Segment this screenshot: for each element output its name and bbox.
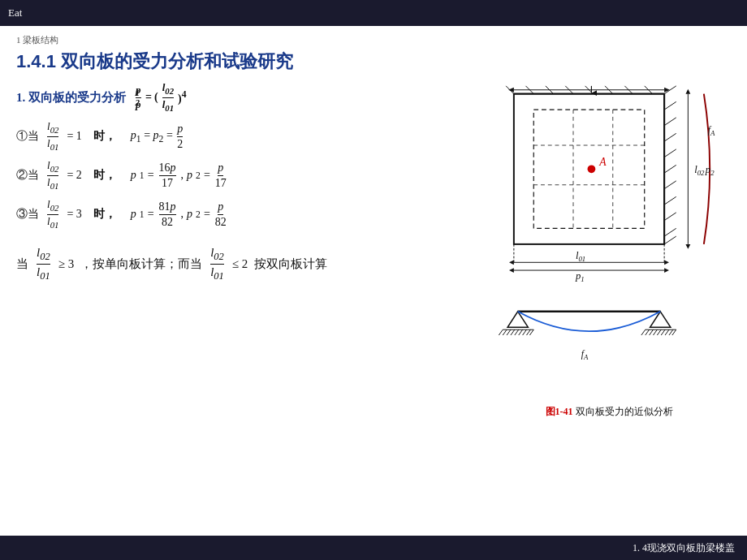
- svg-text:p2: p2: [705, 164, 715, 177]
- summary-frac2: l02 l01: [209, 246, 226, 282]
- svg-line-59: [523, 330, 527, 335]
- svg-line-69: [661, 330, 665, 335]
- section-heading: 1. 双向板的受力分析 p p 1 2 = ( l02 l01: [16, 82, 471, 113]
- case1-shi: 时，: [93, 129, 116, 144]
- svg-line-17: [664, 133, 676, 141]
- svg-text:fA: fA: [708, 125, 715, 137]
- section-number: 1.4.1: [16, 51, 56, 71]
- case1-row: ①当 l02 l01 = 1 时， p1 = p2 = p 2: [16, 121, 471, 152]
- case2-result: p1 = 16p 17 ,p2 = p 17: [131, 162, 228, 189]
- svg-line-18: [664, 149, 676, 157]
- footer-bar: 1. 4现浇双向板肋梁楼盖: [0, 536, 747, 560]
- page-title: 1.4.1 双向板的受力分析和试验研究: [16, 50, 731, 74]
- case2-eq: = 2: [67, 169, 81, 182]
- svg-marker-62: [650, 312, 671, 328]
- top-bar: Eat: [0, 0, 747, 26]
- content-row: 1. 双向板的受力分析 p p 1 2 = ( l02 l01: [16, 82, 731, 419]
- fig-caption-text: 双向板受力的近似分析: [576, 406, 673, 417]
- case1-num: ①当: [16, 129, 39, 144]
- svg-line-54: [503, 330, 507, 335]
- svg-line-56: [511, 330, 515, 335]
- svg-line-23: [664, 228, 676, 236]
- formula-ratio: p p 1 2 = ( l02 l01 )4: [134, 82, 187, 113]
- case1-result: p1 = p2 = p 2: [131, 123, 184, 150]
- summary-when1: 当: [16, 256, 28, 272]
- svg-line-53: [499, 330, 503, 335]
- svg-line-58: [519, 330, 523, 335]
- case3-eq: = 3: [67, 208, 81, 221]
- svg-text:l01: l01: [576, 250, 585, 263]
- summary-frac1: l02 l01: [35, 246, 52, 282]
- svg-text:p1: p1: [575, 270, 585, 283]
- svg-line-24: [664, 236, 676, 244]
- svg-marker-47: [509, 268, 514, 273]
- summary-double: 按双向板计算: [254, 256, 327, 272]
- frac-l02l01: l02 l01: [162, 82, 174, 113]
- right-diagram: A: [487, 82, 731, 419]
- svg-line-22: [664, 213, 676, 221]
- case3-num: ③当: [16, 207, 39, 222]
- svg-text:l02: l02: [694, 164, 705, 177]
- main-content: 1 梁板结构 1.4.1 双向板的受力分析和试验研究 1. 双向板的受力分析 p…: [0, 26, 747, 536]
- frac-labels: 1 2: [136, 88, 140, 107]
- svg-line-70: [665, 330, 669, 335]
- svg-line-19: [664, 165, 676, 173]
- case3-result: p1 = 81p 82 ,p2 = p 82: [131, 200, 228, 228]
- case2-frac: l02 l01: [45, 160, 60, 191]
- left-content: 1. 双向板的受力分析 p p 1 2 = ( l02 l01: [16, 82, 479, 419]
- fig-label: 图1-41: [546, 406, 573, 417]
- summary-leq2: ≤ 2: [232, 257, 248, 271]
- svg-line-57: [515, 330, 519, 335]
- summary-geq3: ≥ 3: [58, 257, 74, 271]
- svg-marker-35: [685, 89, 690, 94]
- case2-shi: 时，: [93, 168, 116, 183]
- breadcrumb: 1 梁板结构: [16, 34, 731, 46]
- bottom-summary: 当 l02 l01 ≥ 3 ，按单向板计算；而当 l02 l01 ≤ 2 按双向: [16, 246, 471, 282]
- case2-row: ②当 l02 l01 = 2 时， p1 = 16p 17 ,p2 =: [16, 160, 471, 191]
- svg-marker-36: [685, 244, 690, 249]
- svg-line-55: [507, 330, 511, 335]
- svg-text:fA: fA: [581, 349, 589, 361]
- svg-line-66: [650, 330, 654, 335]
- case1-eq: = 1: [67, 130, 81, 143]
- svg-point-6: [588, 165, 596, 173]
- case3-shi: 时，: [93, 207, 116, 222]
- svg-line-15: [664, 101, 676, 110]
- section-heading-text: 1. 双向板的受力分析: [16, 90, 126, 106]
- svg-marker-48: [664, 268, 669, 273]
- svg-marker-42: [664, 260, 669, 265]
- svg-line-20: [664, 181, 676, 189]
- svg-line-67: [653, 330, 657, 335]
- figure-caption: 图1-41 双向板受力的近似分析: [487, 405, 731, 419]
- svg-line-16: [664, 118, 676, 126]
- svg-text:A: A: [598, 156, 607, 168]
- summary-single: ，按单向板计算；而当: [80, 256, 202, 272]
- svg-marker-41: [509, 260, 514, 265]
- case1-frac: l02 l01: [45, 121, 60, 152]
- svg-line-68: [657, 330, 661, 335]
- top-bar-title: Eat: [8, 6, 22, 19]
- case3-row: ③当 l02 l01 = 3 时， p1 = 81p 82 ,p2 =: [16, 199, 471, 230]
- case3-frac: l02 l01: [45, 199, 60, 230]
- footer-text: 1. 4现浇双向板肋梁楼盖: [633, 541, 735, 555]
- svg-line-21: [664, 196, 676, 205]
- svg-line-65: [646, 330, 650, 335]
- svg-line-64: [641, 330, 646, 335]
- svg-marker-51: [507, 312, 528, 328]
- structural-diagram: A: [487, 82, 723, 398]
- title-text: 双向板的受力分析和试验研究: [61, 51, 293, 71]
- case2-num: ②当: [16, 168, 39, 183]
